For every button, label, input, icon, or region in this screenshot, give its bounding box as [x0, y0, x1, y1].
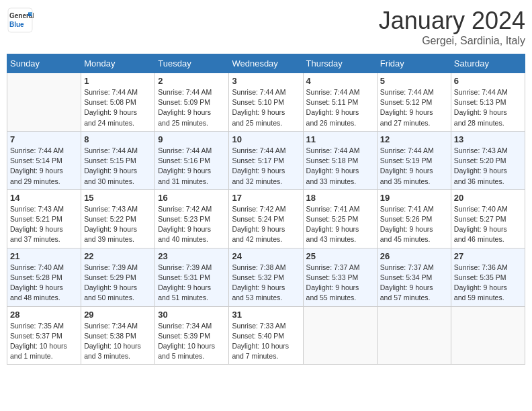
calendar-day-cell: 24Sunrise: 7:38 AMSunset: 5:32 PMDayligh…: [229, 248, 303, 306]
calendar-day-cell: 15Sunrise: 7:43 AMSunset: 5:22 PMDayligh…: [81, 189, 155, 248]
calendar-day-cell: 21Sunrise: 7:40 AMSunset: 5:28 PMDayligh…: [7, 248, 81, 306]
calendar-day-cell: 8Sunrise: 7:44 AMSunset: 5:15 PMDaylight…: [81, 131, 155, 189]
day-number: 21: [10, 251, 78, 261]
day-number: 12: [380, 134, 448, 144]
day-number: 20: [454, 193, 522, 203]
day-info: Sunrise: 7:44 AMSunset: 5:19 PMDaylight:…: [380, 146, 448, 187]
day-number: 6: [454, 76, 522, 86]
day-number: 11: [306, 134, 374, 144]
calendar-day-cell: 14Sunrise: 7:43 AMSunset: 5:21 PMDayligh…: [7, 189, 81, 248]
calendar-table: SundayMondayTuesdayWednesdayThursdayFrid…: [7, 54, 525, 365]
day-number: 22: [84, 251, 152, 261]
location: Gergei, Sardinia, Italy: [379, 35, 525, 47]
calendar-week-row: 28Sunrise: 7:35 AMSunset: 5:37 PMDayligh…: [7, 306, 525, 365]
day-number: 25: [306, 251, 374, 261]
day-number: 28: [10, 310, 78, 320]
day-info: Sunrise: 7:41 AMSunset: 5:25 PMDaylight:…: [306, 204, 374, 245]
calendar-day-cell: 10Sunrise: 7:44 AMSunset: 5:17 PMDayligh…: [229, 131, 303, 189]
logo-icon: General Blue: [7, 7, 34, 34]
calendar-day-cell: 2Sunrise: 7:44 AMSunset: 5:09 PMDaylight…: [155, 73, 229, 132]
calendar-week-row: 1Sunrise: 7:44 AMSunset: 5:08 PMDaylight…: [7, 73, 525, 132]
day-info: Sunrise: 7:40 AMSunset: 5:28 PMDaylight:…: [10, 263, 78, 304]
calendar-day-cell: 27Sunrise: 7:36 AMSunset: 5:35 PMDayligh…: [451, 248, 525, 306]
page-header: General Blue January 2024 Gergei, Sardin…: [7, 7, 525, 47]
calendar-day-header: Thursday: [303, 54, 377, 73]
calendar-day-cell: 28Sunrise: 7:35 AMSunset: 5:37 PMDayligh…: [7, 306, 81, 365]
calendar-day-header: Sunday: [7, 54, 81, 73]
calendar-day-header: Monday: [81, 54, 155, 73]
calendar-day-cell: 31Sunrise: 7:33 AMSunset: 5:40 PMDayligh…: [229, 306, 303, 365]
calendar-day-cell: [7, 73, 81, 132]
calendar-day-cell: [377, 306, 451, 365]
day-info: Sunrise: 7:37 AMSunset: 5:34 PMDaylight:…: [380, 263, 448, 304]
day-info: Sunrise: 7:42 AMSunset: 5:24 PMDaylight:…: [232, 204, 300, 245]
day-info: Sunrise: 7:44 AMSunset: 5:09 PMDaylight:…: [158, 87, 226, 128]
calendar-day-cell: [451, 306, 525, 365]
day-info: Sunrise: 7:44 AMSunset: 5:14 PMDaylight:…: [10, 146, 78, 187]
calendar-day-cell: 6Sunrise: 7:44 AMSunset: 5:13 PMDaylight…: [451, 73, 525, 132]
day-info: Sunrise: 7:44 AMSunset: 5:11 PMDaylight:…: [306, 87, 374, 128]
calendar-day-cell: 20Sunrise: 7:40 AMSunset: 5:27 PMDayligh…: [451, 189, 525, 248]
day-number: 13: [454, 134, 522, 144]
day-info: Sunrise: 7:39 AMSunset: 5:29 PMDaylight:…: [84, 263, 152, 304]
day-number: 23: [158, 251, 226, 261]
calendar-header-row: SundayMondayTuesdayWednesdayThursdayFrid…: [7, 54, 525, 73]
day-info: Sunrise: 7:40 AMSunset: 5:27 PMDaylight:…: [454, 204, 522, 245]
day-number: 8: [84, 134, 152, 144]
calendar-week-row: 14Sunrise: 7:43 AMSunset: 5:21 PMDayligh…: [7, 189, 525, 248]
day-info: Sunrise: 7:44 AMSunset: 5:10 PMDaylight:…: [232, 87, 300, 128]
day-number: 30: [158, 310, 226, 320]
day-info: Sunrise: 7:44 AMSunset: 5:16 PMDaylight:…: [158, 146, 226, 187]
day-number: 19: [380, 193, 448, 203]
day-number: 24: [232, 251, 300, 261]
calendar-day-cell: 29Sunrise: 7:34 AMSunset: 5:38 PMDayligh…: [81, 306, 155, 365]
day-info: Sunrise: 7:41 AMSunset: 5:26 PMDaylight:…: [380, 204, 448, 245]
day-number: 1: [84, 76, 152, 86]
day-info: Sunrise: 7:44 AMSunset: 5:08 PMDaylight:…: [84, 87, 152, 128]
day-info: Sunrise: 7:43 AMSunset: 5:22 PMDaylight:…: [84, 204, 152, 245]
calendar-day-header: Tuesday: [155, 54, 229, 73]
calendar-day-cell: 11Sunrise: 7:44 AMSunset: 5:18 PMDayligh…: [303, 131, 377, 189]
day-info: Sunrise: 7:38 AMSunset: 5:32 PMDaylight:…: [232, 263, 300, 304]
calendar-day-cell: 13Sunrise: 7:43 AMSunset: 5:20 PMDayligh…: [451, 131, 525, 189]
day-number: 14: [10, 193, 78, 203]
day-number: 5: [380, 76, 448, 86]
day-info: Sunrise: 7:39 AMSunset: 5:31 PMDaylight:…: [158, 263, 226, 304]
day-number: 15: [84, 193, 152, 203]
day-info: Sunrise: 7:37 AMSunset: 5:33 PMDaylight:…: [306, 263, 374, 304]
calendar-day-cell: 16Sunrise: 7:42 AMSunset: 5:23 PMDayligh…: [155, 189, 229, 248]
calendar-day-cell: 19Sunrise: 7:41 AMSunset: 5:26 PMDayligh…: [377, 189, 451, 248]
calendar-day-header: Friday: [377, 54, 451, 73]
day-info: Sunrise: 7:44 AMSunset: 5:17 PMDaylight:…: [232, 146, 300, 187]
calendar-day-cell: 22Sunrise: 7:39 AMSunset: 5:29 PMDayligh…: [81, 248, 155, 306]
calendar-day-cell: 9Sunrise: 7:44 AMSunset: 5:16 PMDaylight…: [155, 131, 229, 189]
day-info: Sunrise: 7:35 AMSunset: 5:37 PMDaylight:…: [10, 321, 78, 362]
calendar-day-cell: 18Sunrise: 7:41 AMSunset: 5:25 PMDayligh…: [303, 189, 377, 248]
day-number: 4: [306, 76, 374, 86]
day-number: 16: [158, 193, 226, 203]
calendar-day-cell: 7Sunrise: 7:44 AMSunset: 5:14 PMDaylight…: [7, 131, 81, 189]
day-info: Sunrise: 7:43 AMSunset: 5:21 PMDaylight:…: [10, 204, 78, 245]
day-info: Sunrise: 7:42 AMSunset: 5:23 PMDaylight:…: [158, 204, 226, 245]
day-number: 29: [84, 310, 152, 320]
calendar-day-cell: 5Sunrise: 7:44 AMSunset: 5:12 PMDaylight…: [377, 73, 451, 132]
day-number: 18: [306, 193, 374, 203]
calendar-day-cell: 3Sunrise: 7:44 AMSunset: 5:10 PMDaylight…: [229, 73, 303, 132]
day-number: 10: [232, 134, 300, 144]
day-number: 3: [232, 76, 300, 86]
day-number: 31: [232, 310, 300, 320]
calendar-week-row: 21Sunrise: 7:40 AMSunset: 5:28 PMDayligh…: [7, 248, 525, 306]
day-number: 7: [10, 134, 78, 144]
day-info: Sunrise: 7:34 AMSunset: 5:38 PMDaylight:…: [84, 321, 152, 362]
calendar-day-cell: 30Sunrise: 7:34 AMSunset: 5:39 PMDayligh…: [155, 306, 229, 365]
calendar-day-cell: 25Sunrise: 7:37 AMSunset: 5:33 PMDayligh…: [303, 248, 377, 306]
day-info: Sunrise: 7:33 AMSunset: 5:40 PMDaylight:…: [232, 321, 300, 362]
day-info: Sunrise: 7:43 AMSunset: 5:20 PMDaylight:…: [454, 146, 522, 187]
day-number: 27: [454, 251, 522, 261]
svg-text:Blue: Blue: [9, 21, 24, 28]
day-info: Sunrise: 7:44 AMSunset: 5:15 PMDaylight:…: [84, 146, 152, 187]
day-number: 17: [232, 193, 300, 203]
day-number: 2: [158, 76, 226, 86]
calendar-week-row: 7Sunrise: 7:44 AMSunset: 5:14 PMDaylight…: [7, 131, 525, 189]
calendar-day-header: Wednesday: [229, 54, 303, 73]
